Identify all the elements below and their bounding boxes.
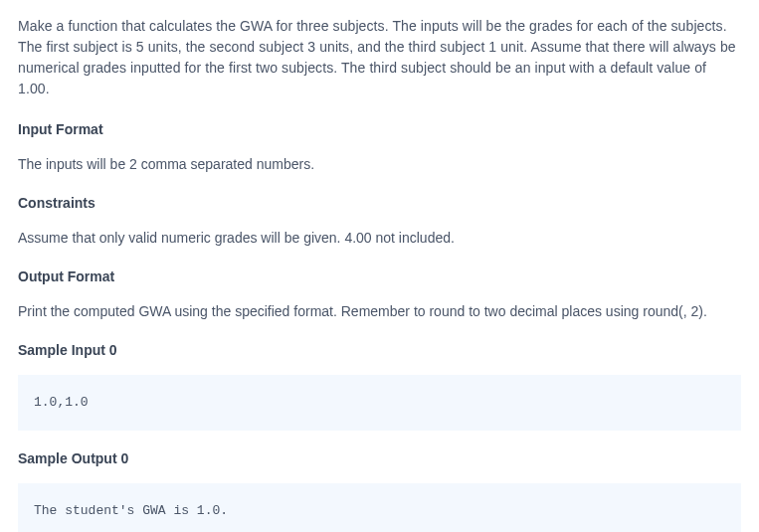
constraints-heading: Constraints: [18, 193, 741, 214]
sample-output-0-code: The student's GWA is 1.0.: [18, 483, 741, 533]
sample-output-0-heading: Sample Output 0: [18, 448, 741, 469]
sample-input-0-code: 1.0,1.0: [18, 375, 741, 431]
input-format-heading: Input Format: [18, 119, 741, 140]
input-format-text: The inputs will be 2 comma separated num…: [18, 154, 741, 175]
problem-description: Make a function that calculates the GWA …: [18, 16, 741, 99]
output-format-text: Print the computed GWA using the specifi…: [18, 301, 741, 322]
sample-input-0-heading: Sample Input 0: [18, 340, 741, 361]
output-format-heading: Output Format: [18, 266, 741, 287]
constraints-text: Assume that only valid numeric grades wi…: [18, 228, 741, 249]
